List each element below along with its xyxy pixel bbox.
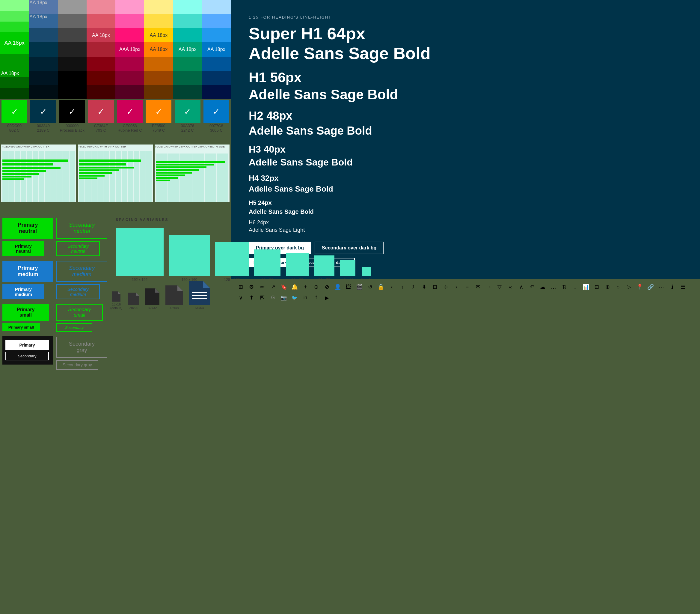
pantone-red: ✓ CE0058 Rubine Red C (115, 99, 144, 135)
swatch-block (29, 57, 58, 71)
swatch-green: AA 18px AA 18px (0, 0, 29, 99)
swatch-block (202, 85, 231, 99)
btn-secondary-neutral-large[interactable]: Secondary neutral (56, 218, 107, 238)
twitter-icon[interactable]: 🐦 (289, 293, 300, 303)
circle-icon[interactable]: ⊙ (311, 282, 321, 292)
chevron-left-icon[interactable]: ‹ (387, 282, 397, 292)
youtube-icon[interactable]: ▶ (322, 293, 332, 303)
arrow-up-icon[interactable]: ↑ (397, 282, 408, 292)
swatch-block (144, 85, 173, 99)
swatch-block (87, 71, 115, 85)
black-bg-btn-area: Primary Secondary (2, 336, 53, 365)
link-icon[interactable]: 🔗 (646, 282, 655, 292)
pantone-magenta: ✓ C7384F 703 C (87, 99, 115, 135)
expand-icon[interactable]: ⇱ (257, 293, 267, 303)
user-icon[interactable]: 👤 (333, 282, 343, 292)
image-icon[interactable]: 🖼 (343, 282, 353, 292)
btn-secondary-gray-large[interactable]: Secondary gray (56, 337, 107, 358)
arrow-right-icon[interactable]: → (484, 282, 494, 292)
block-icon[interactable]: ⊘ (322, 282, 332, 292)
grid-diagram-1: FIXED 960-GRID WITH 24PX GUTTER (1, 145, 76, 202)
btn-primary-neutral-small[interactable]: Primary neutral (2, 241, 45, 256)
arrow-down-icon[interactable]: ↓ (570, 282, 580, 292)
share-icon[interactable]: ↗ (268, 282, 278, 292)
color-swatches-section: AA 18px AA 18px AA 18px AA 18px (0, 0, 231, 99)
circle2-icon[interactable]: ○ (613, 282, 623, 292)
swatch-block (58, 28, 87, 42)
grid-icon[interactable]: ⊟ (430, 282, 440, 292)
cloud-icon[interactable]: ☁ (538, 282, 548, 292)
refresh-icon[interactable]: ↺ (365, 282, 375, 292)
swatch-block (115, 71, 144, 85)
btn-secondary-small-small[interactable]: Secondary (56, 323, 92, 332)
filter-icon[interactable]: ▽ (495, 282, 505, 292)
list-icon[interactable]: ☰ (678, 282, 688, 292)
pencil-icon[interactable]: ✏ (257, 282, 267, 292)
swatch-block (202, 14, 231, 28)
swatch-block (202, 71, 231, 85)
bell-icon[interactable]: 🔔 (289, 282, 300, 292)
table-icon[interactable]: ⊞ (236, 282, 246, 292)
btn-black-secondary[interactable]: Secondary (5, 352, 49, 360)
spacing-192: 192 x 192 (116, 228, 164, 282)
external-link-icon[interactable]: ⤴ (408, 282, 418, 292)
plus-circle-icon[interactable]: ⊕ (602, 282, 612, 292)
btn-secondary-medium-small[interactable]: Secondary medium (56, 284, 100, 299)
swatch-block (0, 77, 29, 88)
map-pin-icon[interactable]: 📍 (635, 282, 645, 292)
chevron-up-icon[interactable]: ∧ (516, 282, 526, 292)
btn-primary-small-large[interactable]: Primary small (2, 304, 49, 321)
svg-marker-7 (177, 285, 183, 291)
btn-secondary-neutral-small[interactable]: Secondary neutral (56, 241, 100, 256)
double-chevron-left-icon[interactable]: « (505, 282, 515, 292)
btn-primary-medium-large[interactable]: Primary medium (2, 261, 53, 282)
cursor-icon[interactable]: ⊹ (440, 282, 451, 292)
svg-marker-3 (136, 293, 139, 296)
svg-rect-10 (192, 292, 207, 293)
btn-row-secondary-gray-small: Secondary gray (56, 360, 112, 370)
swatch-block: AAA 18px (115, 42, 144, 56)
download-icon[interactable]: ⬇ (419, 282, 429, 292)
swatch-block (0, 11, 29, 22)
svg-marker-1 (118, 291, 121, 294)
swatch-block (0, 22, 29, 32)
h3-font: Adelle Sans Sage Bold (249, 157, 682, 168)
menu-icon[interactable]: ≡ (462, 282, 472, 292)
settings-icon[interactable]: ⚙ (246, 282, 257, 292)
chevron-right-icon[interactable]: › (451, 282, 462, 292)
facebook-icon[interactable]: f (311, 293, 321, 303)
pantone-teal: ✓ 00A376 2242 C (173, 99, 202, 135)
email-icon[interactable]: ✉ (473, 282, 483, 292)
swatch-block (58, 71, 87, 85)
select-icon[interactable]: ⊡ (591, 282, 602, 292)
btn-secondary-medium-large[interactable]: Secondary medium (56, 261, 107, 282)
arrow-up2-icon[interactable]: ⬆ (246, 293, 257, 303)
instagram-icon[interactable]: 📷 (279, 293, 289, 303)
plus-icon[interactable]: + (300, 282, 310, 292)
swatch-red: AAA 18px (115, 0, 144, 99)
pantone-section: ✓ 00DC00 802 C ✓ 003349 2189 C ✓ 000000 … (0, 99, 231, 135)
undo-icon[interactable]: ↶ (527, 282, 537, 292)
linkedin-icon[interactable]: in (300, 293, 310, 303)
sort-asc-icon[interactable]: ⇅ (559, 282, 569, 292)
btn-primary-medium-small[interactable]: Primary medium (2, 284, 45, 299)
lock-icon[interactable]: 🔒 (376, 282, 386, 292)
icons-grid: ⊞ ⚙ ✏ ↗ 🔖 🔔 + ⊙ ⊘ 👤 🖼 🎬 ↺ 🔒 ‹ ↑ ⤴ ⬇ ⊟ ⊹ … (231, 279, 700, 306)
dots-icon[interactable]: ⋯ (656, 282, 666, 292)
film-icon[interactable]: 🎬 (354, 282, 364, 292)
swatch-block (115, 28, 144, 42)
btn-secondary-gray-small[interactable]: Secondary gray (56, 360, 98, 370)
h4-text: H4 32px (249, 173, 682, 183)
grid-diagram-2: FIXED 960-GRID WITH 24PX GUTTER (78, 145, 153, 202)
btn-primary-small-small[interactable]: Primary small (2, 323, 40, 331)
btn-primary-neutral-large[interactable]: Primary neutral (2, 218, 53, 238)
play-icon[interactable]: ▷ (624, 282, 634, 292)
bookmark-icon[interactable]: 🔖 (279, 282, 289, 292)
chevron-down-icon[interactable]: ∨ (236, 293, 246, 303)
swatch-block: AA 18px (173, 42, 202, 56)
info-icon[interactable]: ℹ (667, 282, 677, 292)
btn-secondary-small-large[interactable]: Secondary small (56, 304, 103, 321)
ellipsis-icon[interactable]: … (548, 282, 559, 292)
btn-black-primary[interactable]: Primary (5, 340, 49, 350)
chart-bar-icon[interactable]: 📊 (581, 282, 591, 292)
